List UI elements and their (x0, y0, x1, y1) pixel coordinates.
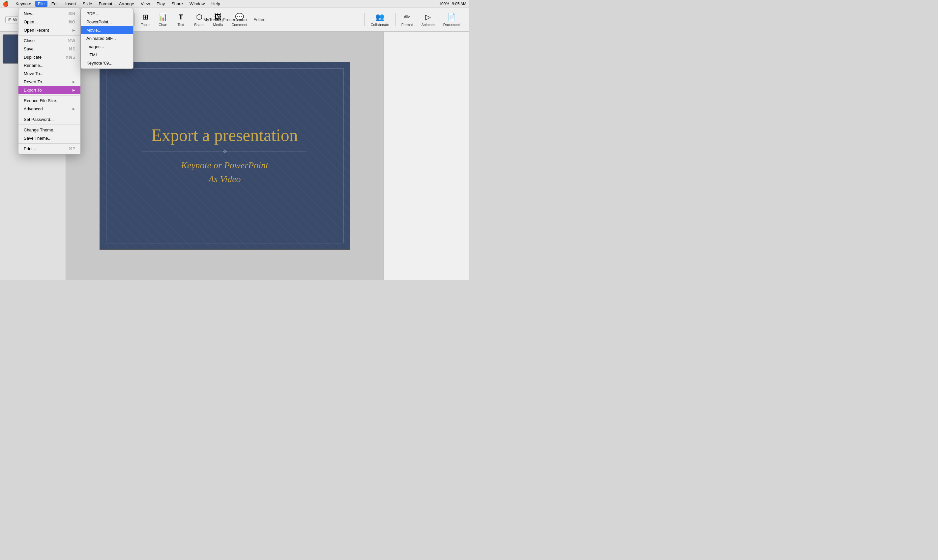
submenu-pdf[interactable]: PDF... (81, 9, 133, 18)
document-label: Document (443, 23, 460, 27)
document-button[interactable]: 📄 Document (439, 11, 464, 29)
menu-new[interactable]: New... ⌘N (18, 9, 80, 18)
submenu-movie[interactable]: Movie... (81, 26, 133, 34)
toolbar-right-buttons: 👥 Collaborate ✏ Format ▷ Animate 📄 Docum… (363, 11, 464, 29)
menubar-window[interactable]: Window (187, 1, 207, 7)
menu-set-password-label: Set Password... (24, 117, 54, 122)
menu-duplicate-label: Duplicate (24, 55, 42, 60)
media-button[interactable]: 🖼 Media (209, 11, 227, 29)
menu-close[interactable]: Close ⌘W (18, 37, 80, 45)
menubar-slide[interactable]: Slide (80, 1, 95, 7)
comment-button[interactable]: 💬 Comment (227, 11, 251, 29)
table-button[interactable]: ⊞ Table (137, 11, 154, 29)
menu-sep-5 (18, 143, 80, 144)
menubar-edit[interactable]: Edit (49, 1, 61, 7)
slide-title: Export a presentation (151, 126, 298, 145)
shape-button[interactable]: ⬡ Shape (190, 11, 209, 29)
menu-revert-to[interactable]: Revert To ▶ (18, 78, 80, 86)
menu-duplicate[interactable]: Duplicate ⇧⌘S (18, 53, 80, 61)
menu-set-password[interactable]: Set Password... (18, 115, 80, 123)
menu-print-shortcut: ⌘P (69, 146, 75, 151)
view-icon: ⊞ (8, 17, 12, 22)
submenu-keynote09-label: Keynote '09... (86, 61, 112, 66)
shape-icon: ⬡ (196, 13, 202, 22)
menubar-insert[interactable]: Insert (63, 1, 79, 7)
submenu-movie-label: Movie... (86, 28, 102, 32)
media-icon: 🖼 (214, 13, 222, 22)
slide-inner-border (106, 68, 344, 243)
apple-menu[interactable]: 🍎 (3, 1, 9, 7)
chart-icon: 📊 (159, 13, 168, 22)
submenu-pdf-label: PDF... (86, 11, 98, 16)
menu-open[interactable]: Open... ⌘O (18, 18, 80, 26)
clock: 9:05 AM (452, 2, 467, 6)
toolbar-sep-1 (134, 13, 135, 26)
text-button[interactable]: T Text (173, 11, 189, 29)
menu-open-label: Open... (24, 20, 38, 25)
menubar-arrange[interactable]: Arrange (116, 1, 137, 7)
export-submenu: PDF... PowerPoint... Movie... Animated G… (81, 8, 134, 69)
collaborate-button[interactable]: 👥 Collaborate (367, 11, 393, 29)
menubar-help[interactable]: Help (209, 1, 223, 7)
submenu-keynote09[interactable]: Keynote '09... (81, 59, 133, 67)
menu-sep-4 (18, 125, 80, 125)
menu-print[interactable]: Print... ⌘P (18, 145, 80, 153)
menu-move-to-label: Move To... (24, 71, 43, 76)
menubar-keynote[interactable]: Keynote (13, 1, 34, 7)
submenu-powerpoint-label: PowerPoint... (86, 20, 112, 25)
chart-button[interactable]: 📊 Chart (155, 11, 172, 29)
animate-label: Animate (421, 23, 434, 27)
menubar-format[interactable]: Format (96, 1, 115, 7)
menu-sep-2 (18, 95, 80, 95)
menu-save-theme[interactable]: Save Theme... (18, 134, 80, 142)
menu-reduce-file-size[interactable]: Reduce File Size... (18, 97, 80, 105)
menu-revert-arrow: ▶ (72, 80, 75, 84)
chart-label: Chart (159, 23, 168, 27)
animate-button[interactable]: ▷ Animate (417, 11, 438, 29)
menubar-file[interactable]: File (35, 1, 48, 7)
menu-new-label: New... (24, 11, 35, 16)
submenu-html[interactable]: HTML... (81, 51, 133, 59)
menubar-share[interactable]: Share (169, 1, 186, 7)
submenu-images[interactable]: Images... (81, 43, 133, 51)
menu-change-theme[interactable]: Change Theme... (18, 126, 80, 134)
table-label: Table (141, 23, 149, 27)
right-panel (383, 32, 469, 280)
format-button[interactable]: ✏ Format (397, 11, 417, 29)
menu-save[interactable]: Save ⌘S (18, 45, 80, 53)
menu-open-recent[interactable]: Open Recent ▶ (18, 26, 80, 34)
toolbar-sep-2 (364, 13, 365, 26)
menu-advanced[interactable]: Advanced ▶ (18, 105, 80, 113)
submenu-animated-gif[interactable]: Animated GIF... (81, 34, 133, 43)
menu-advanced-label: Advanced (24, 106, 43, 111)
submenu-images-label: Images... (86, 44, 104, 49)
submenu-html-label: HTML... (86, 52, 102, 57)
menu-open-shortcut: ⌘O (68, 20, 75, 25)
slide-subtitle-line1: Keynote or PowerPoint (181, 158, 268, 172)
menu-advanced-arrow: ▶ (72, 107, 75, 111)
format-icon: ✏ (404, 13, 410, 22)
menu-rename[interactable]: Rename... (18, 61, 80, 69)
battery-status: 100% (439, 2, 449, 6)
menu-move-to[interactable]: Move To... (18, 69, 80, 78)
menubar-play[interactable]: Play (154, 1, 168, 7)
menu-open-recent-label: Open Recent (24, 28, 49, 32)
format-label: Format (402, 23, 413, 27)
menu-save-label: Save (24, 46, 34, 51)
comment-icon: 💬 (235, 13, 244, 22)
menu-sep-1 (18, 35, 80, 35)
menu-export-to[interactable]: Export To ▶ (18, 86, 80, 94)
slide-subtitle-line2: As Video (181, 172, 268, 186)
menu-new-shortcut: ⌘N (68, 12, 75, 16)
menu-duplicate-shortcut: ⇧⌘S (65, 55, 75, 60)
menu-reduce-label: Reduce File Size... (24, 98, 60, 103)
menu-print-label: Print... (24, 146, 36, 151)
menu-revert-to-label: Revert To (24, 79, 42, 84)
menubar-right: 100% 9:05 AM (439, 2, 467, 6)
menu-change-theme-label: Change Theme... (24, 128, 57, 132)
submenu-powerpoint[interactable]: PowerPoint... (81, 18, 133, 26)
menu-close-shortcut: ⌘W (68, 38, 75, 43)
collaborate-icon: 👥 (376, 13, 384, 22)
canvas-area: Export a presentation ❖ Keynote or Power… (66, 32, 383, 280)
menubar-view[interactable]: View (138, 1, 152, 7)
